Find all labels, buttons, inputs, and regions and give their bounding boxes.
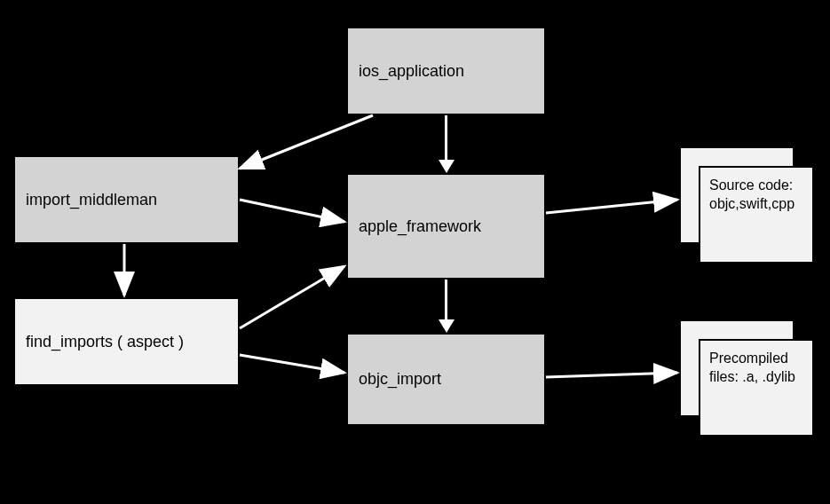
import-middleman-box: import_middleman <box>13 155 240 244</box>
find-imports-box: find_imports ( aspect ) <box>13 297 240 386</box>
arrow-ios-to-framework-line <box>445 115 447 160</box>
arrow-ios-to-framework-head <box>439 160 455 173</box>
objc-import-box: objc_import <box>346 333 546 426</box>
arrow-findimports-to-framework <box>240 266 344 328</box>
arrow-middleman-to-framework <box>240 200 344 222</box>
ios-application-box: ios_application <box>346 27 546 115</box>
diagram-canvas: import_middleman find_imports ( aspect )… <box>0 0 830 504</box>
arrow-objc-to-precompiled <box>546 373 677 377</box>
ios-application-label: ios_application <box>359 62 464 81</box>
precompiled-front: Precompiled files: .a, .dylib <box>699 339 814 437</box>
apple-framework-label: apple_framework <box>359 217 481 236</box>
apple-framework-box: apple_framework <box>346 173 546 280</box>
arrow-ios-to-middleman <box>240 115 373 169</box>
source-code-front: Source code: objc,swift,cpp <box>699 166 814 264</box>
import-middleman-label: import_middleman <box>26 191 157 209</box>
arrow-framework-to-objc-head <box>439 319 455 333</box>
source-code-label: Source code: objc,swift,cpp <box>709 177 803 214</box>
find-imports-label: find_imports ( aspect ) <box>26 333 184 351</box>
objc-import-label: objc_import <box>359 370 441 389</box>
arrow-framework-to-objc-line <box>445 280 447 319</box>
arrow-findimports-to-objc <box>240 355 344 373</box>
precompiled-label: Precompiled files: .a, .dylib <box>709 350 803 387</box>
arrow-framework-to-source <box>546 200 677 213</box>
